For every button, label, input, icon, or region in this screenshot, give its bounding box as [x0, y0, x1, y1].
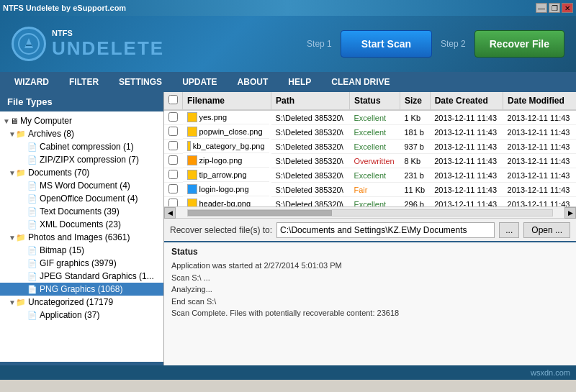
folder-icon: 📁	[16, 233, 26, 242]
tree-item-mycomputer[interactable]: ▼ 🖥 My Computer	[0, 114, 163, 127]
row-date-created: 2013-12-11 11:43	[430, 110, 503, 125]
tree-item-png[interactable]: 📄 PNG Graphics (1068)	[0, 283, 163, 296]
select-all-checkbox[interactable]	[168, 95, 178, 104]
col-checkbox[interactable]	[164, 92, 183, 110]
start-scan-button[interactable]: Start Scan	[341, 30, 432, 58]
tree-item-zip[interactable]: 📄 ZIP/ZIPX compression (7)	[0, 153, 163, 166]
browse-button[interactable]: ...	[499, 222, 519, 238]
expand-icon	[20, 286, 27, 293]
file-icon: 📄	[27, 155, 37, 165]
menu-update[interactable]: UPDATE	[174, 74, 225, 90]
menu-about[interactable]: ABOUT	[229, 74, 277, 90]
tree-item-bitmap[interactable]: 📄 Bitmap (15)	[0, 244, 163, 257]
row-size: 937 b	[400, 140, 430, 154]
table-row[interactable]: login-logo.png S:\Deleted 385320\ Fair 1…	[164, 183, 576, 197]
row-path: S:\Deleted 385320\	[271, 168, 350, 183]
tree-item-msword[interactable]: 📄 MS Word Document (4)	[0, 179, 163, 192]
col-date-created[interactable]: Date Created	[430, 92, 503, 110]
menu-help[interactable]: HELP	[279, 74, 320, 90]
row-checkbox[interactable]	[164, 168, 183, 183]
file-icon: 📄	[27, 272, 37, 281]
row-checkbox[interactable]	[164, 110, 183, 125]
scroll-right-arrow[interactable]: ▶	[564, 207, 576, 219]
tree-label: My Computer	[20, 116, 72, 126]
row-path: S:\Deleted 385320\	[271, 140, 350, 154]
row-size: 8 Kb	[400, 154, 430, 168]
menu-filter[interactable]: FILTER	[60, 74, 107, 90]
row-status: Overwritten	[349, 154, 400, 168]
folder-icon: 📁	[16, 298, 26, 307]
menu-wizard[interactable]: WIZARD	[6, 74, 58, 90]
tree-label: Cabinet compression (1)	[40, 142, 134, 152]
open-button[interactable]: Open ...	[523, 222, 570, 238]
tree-item-gif[interactable]: 📄 GIF graphics (3979)	[0, 257, 163, 270]
row-checkbox[interactable]	[164, 140, 183, 154]
col-size[interactable]: Size	[400, 92, 430, 110]
tree-item-text[interactable]: 📄 Text Documents (39)	[0, 205, 163, 218]
file-panel: Filename Path Status Size Date Created D…	[164, 92, 576, 365]
scroll-left-arrow[interactable]: ◀	[164, 207, 176, 219]
tree-item-cabinet[interactable]: 📄 Cabinet compression (1)	[0, 140, 163, 153]
col-status[interactable]: Status	[349, 92, 400, 110]
file-table: Filename Path Status Size Date Created D…	[164, 92, 576, 206]
expand-icon	[20, 195, 27, 203]
folder-icon: 📁	[16, 168, 26, 178]
menu-clean-drive[interactable]: CLEAN DRIVE	[323, 74, 398, 90]
row-date-modified: 2013-12-11 11:43	[503, 110, 576, 125]
table-row[interactable]: yes.png S:\Deleted 385320\ Excellent 1 K…	[164, 110, 576, 125]
row-checkbox[interactable]	[164, 183, 183, 197]
logo-ntfs-label: NTFS	[52, 29, 164, 37]
table-row[interactable]: zip-logo.png S:\Deleted 385320\ Overwrit…	[164, 154, 576, 168]
status-line: Analyzing...	[171, 283, 569, 296]
row-checkbox[interactable]	[164, 154, 183, 168]
logo-area: NTFS UNDELETE	[12, 27, 164, 61]
logo-text: NTFS UNDELETE	[52, 29, 164, 60]
step2-label: Step 2	[441, 39, 466, 49]
status-line: Application was started at 2/27/2014 5:0…	[171, 260, 569, 272]
row-date-modified: 2013-12-11 11:43	[503, 183, 576, 197]
close-button[interactable]: ✕	[562, 3, 573, 13]
file-icon: 📄	[27, 259, 37, 268]
col-path[interactable]: Path	[271, 92, 350, 110]
bottom-bar-text: wsxdn.com	[531, 368, 570, 377]
row-status: Excellent	[349, 197, 400, 207]
scroll-thumb[interactable]	[188, 210, 332, 216]
tree-item-openoffice[interactable]: 📄 OpenOffice Document (4)	[0, 192, 163, 205]
table-row[interactable]: header-bg.png S:\Deleted 385320\ Excelle…	[164, 197, 576, 207]
file-icon: 📄	[27, 246, 37, 255]
row-checkbox[interactable]	[164, 125, 183, 140]
table-row[interactable]: kb_category_bg.png S:\Deleted 385320\ Ex…	[164, 140, 576, 154]
row-size: 231 b	[400, 168, 430, 183]
tree-item-photos[interactable]: ▼ 📁 Photos and Images (6361)	[0, 231, 163, 244]
tree-item-jpeg[interactable]: 📄 JPEG Standard Graphics (1...	[0, 270, 163, 283]
table-row[interactable]: tip_arrow.png S:\Deleted 385320\ Excelle…	[164, 168, 576, 183]
horizontal-scrollbar[interactable]: ◀ ▶	[164, 206, 576, 218]
row-path: S:\Deleted 385320\	[271, 183, 350, 197]
col-date-modified[interactable]: Date Modified	[503, 92, 576, 110]
folder-icon: 📁	[16, 129, 26, 139]
menu-settings[interactable]: SETTINGS	[110, 74, 171, 90]
file-icon: 📄	[27, 285, 37, 294]
recover-path-input[interactable]	[276, 222, 495, 238]
expand-icon: ▼	[9, 169, 16, 177]
table-row[interactable]: popwin_close.png S:\Deleted 385320\ Exce…	[164, 125, 576, 140]
tree-item-application[interactable]: 📄 Application (37)	[0, 309, 163, 322]
row-checkbox[interactable]	[164, 197, 183, 207]
sidebar-folders-header[interactable]: Folders	[0, 362, 163, 365]
tree-item-documents[interactable]: ▼ 📁 Documents (70)	[0, 166, 163, 179]
step1-label: Step 1	[307, 39, 332, 49]
row-size: 296 b	[400, 197, 430, 207]
expand-icon	[20, 260, 27, 268]
tree-item-archives[interactable]: ▼ 📁 Archives (8)	[0, 127, 163, 140]
file-icon: 📄	[27, 220, 37, 229]
col-filename[interactable]: Filename	[183, 92, 271, 110]
status-line: Scan Complete. Files with potentially re…	[171, 307, 569, 319]
restore-button[interactable]: ❐	[549, 3, 560, 13]
row-path: S:\Deleted 385320\	[271, 125, 350, 140]
tree-item-uncategorized[interactable]: ▼ 📁 Uncategorized (17179	[0, 296, 163, 309]
minimize-button[interactable]: —	[536, 3, 547, 13]
file-type-icon	[187, 199, 197, 207]
tree-item-xml[interactable]: 📄 XML Documents (23)	[0, 218, 163, 231]
row-date-modified: 2013-12-11 11:43	[503, 125, 576, 140]
recover-file-button[interactable]: Recover File	[474, 30, 564, 58]
